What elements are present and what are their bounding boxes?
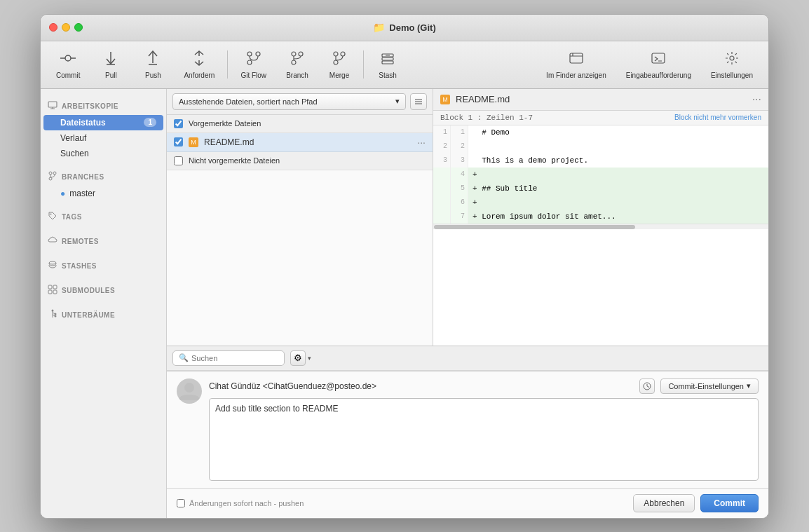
svg-point-34 xyxy=(53,172,56,175)
sidebar-section-unterbaume[interactable]: UNTERBÄUME xyxy=(41,303,166,324)
toolbar-branch[interactable]: Branch xyxy=(276,46,318,83)
diff-more-btn[interactable]: ··· xyxy=(752,93,761,106)
unstage-block-btn[interactable]: Block nicht mehr vormerken xyxy=(674,114,761,121)
list-view-toggle[interactable] xyxy=(410,93,427,110)
file-name-readme: README.md xyxy=(204,137,412,147)
staged-file-item[interactable]: M README.md ··· xyxy=(167,133,433,152)
settings-label: Einstellungen xyxy=(711,71,753,79)
diff-line-content: + xyxy=(468,196,768,210)
svg-point-14 xyxy=(292,60,296,64)
toolbar-gitflow[interactable]: Git Flow xyxy=(231,46,276,83)
tag-icon xyxy=(48,211,57,223)
commit-form: Cihat Gündüz <CihatGuenduez@posteo.de> xyxy=(167,371,768,488)
commit-author: Cihat Gündüz <CihatGuenduez@posteo.de> xyxy=(209,381,634,391)
diff-line-numbers: 4 xyxy=(433,168,468,182)
finder-label: Im Finder anzeigen xyxy=(546,71,606,79)
chevron-down-icon: ▾ xyxy=(395,97,400,106)
sidebar-item-master[interactable]: ● master xyxy=(43,186,163,201)
file-status-icon: M xyxy=(189,137,198,147)
close-button[interactable] xyxy=(49,23,57,32)
tags-label: TAGS xyxy=(62,213,82,221)
toolbar-commit[interactable]: Commit xyxy=(46,46,90,83)
commit-settings-label: Commit-Einstellungen xyxy=(668,382,744,390)
diff-panel: M README.md ··· Block 1 : Zeilen 1-7 Blo… xyxy=(433,89,768,346)
branch-sidebar-icon xyxy=(48,171,57,183)
toolbar: Commit Pull Push xyxy=(41,41,768,89)
search-input[interactable] xyxy=(191,354,278,362)
diff-line-content: This is a demo project. xyxy=(468,154,768,168)
diff-line-num-new: 4 xyxy=(451,168,468,182)
filter-bar: Ausstehende Dateien, sortiert nach Pfad … xyxy=(167,89,433,115)
toolbar-settings[interactable]: Einstellungen xyxy=(701,46,763,83)
diff-file-status-icon: M xyxy=(440,95,450,104)
branch-icon xyxy=(290,50,305,69)
sidebar-section-stashes[interactable]: STASHES xyxy=(41,254,166,275)
diff-scrollbar[interactable] xyxy=(433,224,768,229)
staged-checkbox[interactable] xyxy=(174,119,183,128)
commit-settings-arrow: ▾ xyxy=(747,381,751,390)
suchen-label: Suchen xyxy=(60,149,89,158)
maximize-button[interactable] xyxy=(74,23,83,32)
unstaged-checkbox[interactable] xyxy=(174,156,183,165)
toolbar-terminal[interactable]: Eingabeaufforderung xyxy=(616,46,701,83)
toolbar-separator-1 xyxy=(227,50,228,79)
sidebar-section-branches[interactable]: BRANCHES xyxy=(41,165,166,186)
staged-section-header: Vorgemerkte Dateien xyxy=(167,115,433,133)
gear-icon: ⚙ xyxy=(294,353,302,363)
branches-label: BRANCHES xyxy=(62,173,104,181)
tree-icon xyxy=(48,309,57,321)
diff-line-num-new: 5 xyxy=(451,182,468,196)
diff-line: 5 + ## Sub title xyxy=(433,182,768,196)
push-after-commit-checkbox[interactable] xyxy=(177,499,185,507)
svg-point-10 xyxy=(256,52,260,56)
search-container: 🔍 xyxy=(172,350,285,366)
svg-point-9 xyxy=(247,52,252,56)
svg-point-48 xyxy=(52,309,54,311)
toolbar-right: Im Finder anzeigen Eingabeaufforderung xyxy=(536,46,763,83)
sidebar-section-submodules[interactable]: SUBMODULES xyxy=(41,279,166,299)
sidebar-item-verlauf[interactable]: Verlauf xyxy=(43,130,163,146)
diff-line-num-new: 3 xyxy=(451,154,468,168)
sidebar-section-arbeitskopie[interactable]: ARBEITSKOPIE xyxy=(41,95,166,115)
toolbar-merge[interactable]: Merge xyxy=(318,46,360,83)
toolbar-anfordern[interactable]: Anfordern xyxy=(174,46,224,83)
commit-button[interactable]: Commit xyxy=(700,494,759,512)
commit-actions: Abbrechen Commit xyxy=(633,494,759,512)
diff-line-num-new: 7 xyxy=(451,210,468,224)
cloud-icon xyxy=(48,236,57,247)
pull-icon xyxy=(103,50,118,69)
commit-right: Cihat Gündüz <CihatGuenduez@posteo.de> xyxy=(209,378,759,481)
toolbar-push[interactable]: Push xyxy=(132,46,174,83)
toolbar-stash[interactable]: Stash xyxy=(367,46,409,83)
diff-line: 7 + Lorem ipsum dolor sit amet... xyxy=(433,210,768,224)
gear-settings-btn[interactable]: ⚙ xyxy=(290,350,306,366)
diff-line-content: + ## Sub title xyxy=(468,182,768,196)
diff-block-label: Block 1 : Zeilen 1-7 xyxy=(440,114,533,122)
file-more-btn[interactable]: ··· xyxy=(417,137,426,148)
commit-clock-btn[interactable] xyxy=(639,378,655,394)
diff-line-num-old xyxy=(433,182,451,196)
minimize-button[interactable] xyxy=(62,23,70,32)
diff-line-numbers: 2 2 xyxy=(433,139,468,154)
commit-message-input[interactable] xyxy=(209,398,759,481)
sidebar-item-suchen[interactable]: Suchen xyxy=(43,146,163,161)
cancel-button[interactable]: Abbrechen xyxy=(633,494,695,512)
sidebar-section-remotes[interactable]: REMOTES xyxy=(41,230,166,250)
sidebar-section-tags[interactable]: TAGS xyxy=(41,205,166,226)
svg-point-35 xyxy=(49,177,52,180)
file-filter-dropdown[interactable]: Ausstehende Dateien, sortiert nach Pfad … xyxy=(172,93,406,110)
merge-icon xyxy=(332,50,347,69)
toolbar-finder[interactable]: Im Finder anzeigen xyxy=(536,46,616,83)
toolbar-pull[interactable]: Pull xyxy=(90,46,132,83)
svg-rect-21 xyxy=(382,61,393,64)
traffic-lights xyxy=(41,23,83,32)
diff-block-header: Block 1 : Zeilen 1-7 Block nicht mehr vo… xyxy=(433,111,768,125)
sidebar-item-dateistatus[interactable]: Dateistatus 1 xyxy=(43,115,163,130)
diff-line-num-new: 6 xyxy=(451,196,468,210)
diff-line-numbers: 5 xyxy=(433,182,468,196)
file-checkbox-readme[interactable] xyxy=(174,137,183,146)
center-panel: Ausstehende Dateien, sortiert nach Pfad … xyxy=(167,89,433,346)
commit-settings-btn[interactable]: Commit-Einstellungen ▾ xyxy=(660,378,759,394)
arbeitskopie-label: ARBEITSKOPIE xyxy=(62,102,118,110)
bottom-actions: Änderungen sofort nach - pushen Abbreche… xyxy=(167,488,768,518)
